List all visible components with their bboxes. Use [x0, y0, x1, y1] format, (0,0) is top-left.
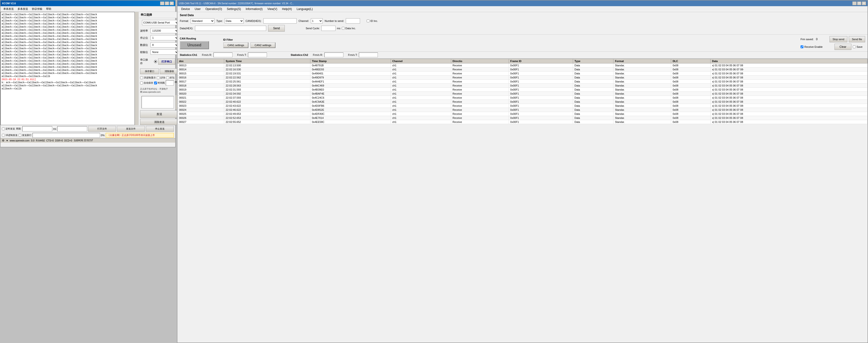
- cell-type: Data: [573, 63, 613, 67]
- terminal-scrollbar[interactable]: [135, 12, 138, 125]
- cell-type: Data: [573, 80, 613, 84]
- xcom-status-bar: ⚙ ▼ www.openedv.com S:0 R:64492 CTS=0 DS…: [0, 138, 175, 143]
- ch2-frms-r-input[interactable]: 0: [324, 53, 343, 57]
- clear-send-button[interactable]: 清除发送: [140, 119, 179, 125]
- routing-filter-row: CAN Routing Unused ID Filter CAN1 settin…: [177, 35, 868, 52]
- xcom-menu-protocol[interactable]: 协议传输: [30, 7, 44, 11]
- cell-dlc: 0x08: [671, 67, 711, 72]
- num-to-send-label: Number to send:: [324, 20, 344, 22]
- usbcan-menu-settings[interactable]: Settings(S): [224, 7, 243, 11]
- usbcan-menu-user[interactable]: User: [192, 7, 203, 11]
- port-radio[interactable]: [154, 60, 157, 63]
- cell-type: Data: [573, 88, 613, 92]
- data-table-container[interactable]: dex System Time Time Stamp Channel Direc…: [177, 59, 868, 343]
- terminal-line: allback——Callback——Callback——Callback——C…: [2, 13, 133, 16]
- clear-button[interactable]: Clear: [835, 44, 851, 50]
- xcom-minimize-btn[interactable]: _: [160, 1, 164, 5]
- data-inc-checkbox[interactable]: [342, 27, 345, 30]
- timestamp-checkbox[interactable]: [154, 82, 157, 84]
- port-select[interactable]: COM6:USB Serial Port: [142, 20, 179, 25]
- settings-gear-icon[interactable]: ⚙: [2, 139, 4, 142]
- save-window-button[interactable]: 保存窗口: [140, 68, 159, 74]
- xcom-menu-help[interactable]: 帮助: [44, 7, 53, 11]
- cell-direction: Receive: [451, 104, 509, 108]
- usbcan-menu-help[interactable]: Help(H): [280, 7, 294, 11]
- data-select[interactable]: 8: [151, 42, 179, 48]
- parity-select[interactable]: None: [151, 50, 179, 55]
- cell-sys-time: 22:02:37.593: [224, 96, 310, 100]
- usbcan-menu-operation[interactable]: Operation(O): [203, 7, 224, 11]
- cell-format: Standar.: [613, 72, 671, 76]
- usbcan-menu-information[interactable]: Information(I): [243, 7, 265, 11]
- cell-format: Standar.: [613, 120, 671, 124]
- clear-recv-button[interactable]: 清除接收: [160, 68, 179, 74]
- usbcan-minimize-btn[interactable]: _: [852, 1, 857, 5]
- error-line: 2023-05-18 22:01:51.811]: [2, 78, 133, 81]
- usbcan-close-btn[interactable]: ✕: [862, 1, 866, 5]
- id-inc-checkbox[interactable]: [367, 20, 370, 22]
- stop-send-button[interactable]: Stop send: [830, 36, 847, 42]
- usbcan-menu-device[interactable]: Device: [179, 7, 192, 11]
- open-file-button[interactable]: 打开文件: [88, 126, 116, 132]
- num-to-send-input[interactable]: 1: [346, 18, 360, 24]
- receive-enable-checkbox[interactable]: [801, 46, 803, 48]
- cell-format: Standar.: [613, 88, 671, 92]
- send-button[interactable]: 发送: [140, 110, 179, 118]
- ch2-frms-t-input[interactable]: 0: [359, 53, 378, 57]
- send-cycle-input[interactable]: 1000: [321, 26, 336, 31]
- stop-select[interactable]: 1: [151, 35, 179, 40]
- dropdown-arrow-icon[interactable]: ▼: [6, 139, 8, 142]
- timestamp-value[interactable]: 10: [166, 80, 174, 86]
- unused-button[interactable]: Unused: [180, 41, 209, 49]
- period-input[interactable]: 1000: [22, 126, 52, 132]
- xcom-maximize-btn[interactable]: □: [165, 1, 169, 5]
- usbcan-menu-language[interactable]: Language(L): [294, 7, 315, 11]
- data-hex-label: Data(HEX):: [180, 27, 193, 30]
- xcom-menu-multi[interactable]: 多条发送: [16, 7, 30, 11]
- data-hex-input[interactable]: 08 07 06 05 04 03 02 F1: [195, 26, 266, 31]
- cell-channel: ch1: [391, 100, 451, 104]
- usbcan-menu-view[interactable]: View(V): [265, 7, 280, 11]
- main-send-button[interactable]: Send: [268, 25, 285, 32]
- cell-direction: Receive: [451, 88, 509, 92]
- rts-checkbox[interactable]: [166, 76, 169, 79]
- send-extra-input[interactable]: [33, 133, 100, 138]
- new-line-checkbox[interactable]: [19, 134, 21, 137]
- stop-send-button[interactable]: 停止发送: [146, 126, 174, 132]
- can2-settings-button[interactable]: CAN2 settings: [250, 42, 276, 48]
- send-file-button[interactable]: Send file: [849, 36, 865, 42]
- send-file-button[interactable]: 发送文件: [117, 126, 145, 132]
- hex-send-checkbox[interactable]: [2, 134, 5, 137]
- cell-sys-time: 22:02:52.653: [224, 116, 310, 120]
- auto-save-checkbox[interactable]: [140, 82, 143, 84]
- type-label: Type:: [216, 20, 223, 22]
- cell-channel: ch1: [391, 80, 451, 84]
- ch1-frms-t-input[interactable]: 0: [248, 53, 267, 57]
- xcom-menu-single[interactable]: 单条发送: [1, 7, 16, 11]
- id-inc-group: ID Inc.: [367, 20, 378, 22]
- timer-send-checkbox[interactable]: [2, 127, 5, 130]
- frm-saved-row: Frm saved: 0 Stop send Send file: [801, 36, 865, 42]
- open-port-button[interactable]: 打开串口: [158, 58, 175, 65]
- usbcan-menu-bar: Device User Operation(O) Settings(S) Inf…: [177, 6, 868, 12]
- dtr-checkbox[interactable]: [157, 76, 160, 79]
- usbcan-restore-btn[interactable]: ❐: [857, 1, 861, 5]
- send-text-area[interactable]: [142, 96, 174, 108]
- cell-dlc: 0x08: [671, 76, 711, 80]
- cell-channel: ch1: [391, 112, 451, 116]
- format-select[interactable]: Standard: [191, 18, 214, 24]
- channel-select[interactable]: 1: [311, 18, 323, 24]
- ch1-frms-r-input[interactable]: 0.3: [214, 53, 232, 57]
- send-content-input[interactable]: [57, 126, 87, 132]
- save-checkbox[interactable]: [853, 46, 856, 48]
- type-select[interactable]: Data: [225, 18, 244, 24]
- baud-select[interactable]: 115200: [151, 28, 179, 33]
- cell-channel: ch1: [391, 72, 451, 76]
- cell-dex: 00013: [178, 63, 224, 67]
- xcom-close-btn[interactable]: ✕: [169, 1, 174, 5]
- hex-display-checkbox[interactable]: [140, 76, 143, 79]
- col-data: Data: [711, 59, 868, 63]
- new-line-check: 发送新行: [19, 134, 32, 137]
- can1-settings-button[interactable]: CAN1 settings: [223, 42, 248, 48]
- canid-input[interactable]: 00 00 00 F1: [264, 18, 297, 24]
